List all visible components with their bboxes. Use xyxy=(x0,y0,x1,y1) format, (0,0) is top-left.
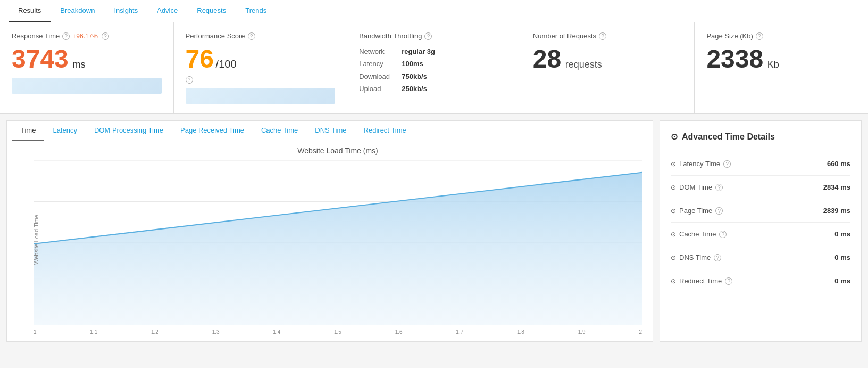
nav-tabs: Results Breakdown Insights Advice Reques… xyxy=(0,0,868,22)
response-time-card: Response Time ? +96.17% ? 3743 ms xyxy=(0,22,174,113)
cache-time-value: 0 ms xyxy=(834,230,850,238)
x-label-18: 1.8 xyxy=(517,329,524,335)
cache-time-row: ⊙ Cache Time ? 0 ms xyxy=(671,223,850,246)
x-label-1: 1 xyxy=(34,329,37,335)
tab-insights[interactable]: Insights xyxy=(104,0,147,22)
page-time-label-group: ⊙ Page Time ? xyxy=(671,207,723,215)
latency-time-help-icon[interactable]: ? xyxy=(723,160,731,168)
x-label-15: 1.5 xyxy=(334,329,341,335)
latency-time-value: 660 ms xyxy=(827,160,850,168)
bandwidth-latency-row: Latency 100ms xyxy=(359,58,509,70)
dom-time-label: DOM Time xyxy=(679,183,712,191)
dom-time-row: ⊙ DOM Time ? 2834 ms xyxy=(671,176,850,199)
x-label-17: 1.7 xyxy=(456,329,463,335)
bandwidth-network-val: regular 3g xyxy=(402,45,435,58)
chart-tab-page-received[interactable]: Page Received Time xyxy=(172,121,253,141)
chart-tab-dns[interactable]: DNS Time xyxy=(306,121,355,141)
x-label-2: 2 xyxy=(639,329,642,335)
chart-title: Website Load Time (ms) xyxy=(34,146,642,155)
page-time-help-icon[interactable]: ? xyxy=(715,207,723,215)
cache-time-help-icon[interactable]: ? xyxy=(719,231,727,238)
clock-icon: ⊙ xyxy=(671,132,678,142)
chart-tab-latency[interactable]: Latency xyxy=(44,121,86,141)
response-time-value-group: 3743 ms xyxy=(12,44,162,73)
bandwidth-upload-val: 250kb/s xyxy=(402,83,427,95)
redirect-time-value: 0 ms xyxy=(834,277,850,285)
dns-time-label-group: ⊙ DNS Time ? xyxy=(671,253,721,261)
page-time-label: Page Time xyxy=(679,207,712,215)
dns-time-help-icon[interactable]: ? xyxy=(714,254,721,261)
chart-area-fill xyxy=(34,173,642,325)
tab-breakdown[interactable]: Breakdown xyxy=(51,0,104,22)
chart-tab-redirect[interactable]: Redirect Time xyxy=(355,121,415,141)
dom-clock-icon: ⊙ xyxy=(671,184,676,191)
performance-score-max: /100 xyxy=(216,58,237,70)
dns-time-row: ⊙ DNS Time ? 0 ms xyxy=(671,246,850,269)
performance-score-help-icon[interactable]: ? xyxy=(248,32,255,40)
dom-time-help-icon[interactable]: ? xyxy=(715,184,723,191)
x-label-12: 1.2 xyxy=(151,329,158,335)
response-time-change: +96.17% xyxy=(72,32,98,40)
requests-title: Number of Requests ? xyxy=(533,32,683,40)
bandwidth-help-icon[interactable]: ? xyxy=(424,32,432,40)
main-content: Time Latency DOM Processing Time Page Re… xyxy=(0,114,868,348)
redirect-time-label-group: ⊙ Redirect Time ? xyxy=(671,277,732,285)
page-clock-icon: ⊙ xyxy=(671,207,676,215)
response-time-change-help-icon[interactable]: ? xyxy=(102,32,109,40)
page-size-title: Page Size (Kb) ? xyxy=(706,32,856,40)
requests-card: Number of Requests ? 28 requests xyxy=(521,22,695,113)
bandwidth-download-label: Download xyxy=(359,70,396,83)
performance-score-info-icon[interactable]: ? xyxy=(186,76,193,84)
advanced-title: ⊙ Advanced Time Details xyxy=(671,132,850,142)
tab-advice[interactable]: Advice xyxy=(147,0,187,22)
response-time-mini-chart xyxy=(12,78,162,94)
page-size-value: 2338 xyxy=(706,45,763,73)
x-label-11: 1.1 xyxy=(90,329,97,335)
requests-value: 28 xyxy=(533,45,561,73)
dns-clock-icon: ⊙ xyxy=(671,254,676,261)
metric-cards: Response Time ? +96.17% ? 3743 ms Perfor… xyxy=(0,22,868,114)
tab-requests[interactable]: Requests xyxy=(187,0,236,22)
response-time-help-icon[interactable]: ? xyxy=(62,32,70,40)
bandwidth-download-val: 750kb/s xyxy=(402,70,427,83)
tab-results[interactable]: Results xyxy=(9,0,51,22)
chart-y-axis-label: Website Load Time xyxy=(33,215,39,265)
chart-tab-dom[interactable]: DOM Processing Time xyxy=(86,121,172,141)
bandwidth-upload-row: Upload 250kb/s xyxy=(359,83,509,95)
chart-x-labels: 1 1.1 1.2 1.3 1.4 1.5 1.6 1.7 1.8 1.9 2 xyxy=(34,329,642,335)
bandwidth-card: Bandwidth Throttling ? Network regular 3… xyxy=(347,22,521,113)
tab-trends[interactable]: Trends xyxy=(236,0,276,22)
redirect-time-row: ⊙ Redirect Time ? 0 ms xyxy=(671,269,850,292)
x-label-14: 1.4 xyxy=(273,329,280,335)
dns-time-label: DNS Time xyxy=(679,253,711,261)
chart-tab-cache[interactable]: Cache Time xyxy=(253,121,306,141)
bandwidth-latency-label: Latency xyxy=(359,58,396,70)
bandwidth-download-row: Download 750kb/s xyxy=(359,70,509,83)
chart-tab-time[interactable]: Time xyxy=(12,121,44,141)
redirect-clock-icon: ⊙ xyxy=(671,277,676,285)
redirect-time-label: Redirect Time xyxy=(679,277,722,285)
page-time-value: 2839 ms xyxy=(823,207,850,215)
bandwidth-latency-val: 100ms xyxy=(402,58,423,70)
page-time-row: ⊙ Page Time ? 2839 ms xyxy=(671,199,850,223)
latency-time-label: Latency Time xyxy=(679,160,720,168)
bandwidth-title: Bandwidth Throttling ? xyxy=(359,32,509,40)
dns-time-value: 0 ms xyxy=(834,253,850,261)
cache-clock-icon: ⊙ xyxy=(671,231,676,238)
x-label-16: 1.6 xyxy=(395,329,403,335)
requests-unit: requests xyxy=(565,59,602,70)
response-time-unit: ms xyxy=(72,59,85,70)
bandwidth-table: Network regular 3g Latency 100ms Downloa… xyxy=(359,45,509,95)
redirect-time-help-icon[interactable]: ? xyxy=(725,277,732,285)
response-time-title: Response Time ? +96.17% ? xyxy=(12,32,162,40)
latency-time-label-group: ⊙ Latency Time ? xyxy=(671,160,731,168)
dom-time-value: 2834 ms xyxy=(823,183,850,191)
page-size-help-icon[interactable]: ? xyxy=(756,32,763,40)
bandwidth-network-label: Network xyxy=(359,45,396,58)
requests-help-icon[interactable]: ? xyxy=(599,32,606,40)
response-time-value: 3743 xyxy=(12,45,69,73)
chart-container: Website Load Time (ms) Website Load Time… xyxy=(7,141,653,338)
latency-time-row: ⊙ Latency Time ? 660 ms xyxy=(671,152,850,176)
performance-score-card: Performance Score ? 76 /100 ? xyxy=(174,22,348,113)
bandwidth-upload-label: Upload xyxy=(359,83,396,95)
